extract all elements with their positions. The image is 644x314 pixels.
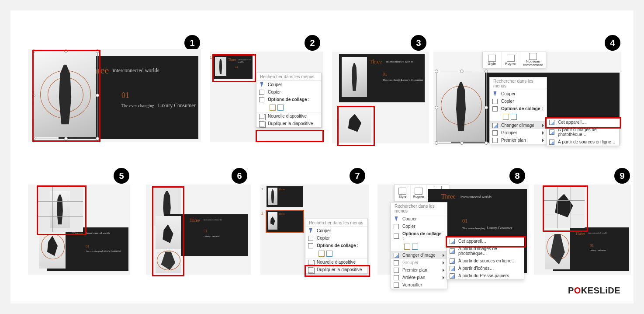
chevron-right-icon	[443, 276, 444, 279]
step2-canvas: Three interconnected worlds 01 1 Recherc…	[210, 52, 323, 142]
context-menu[interactable]: Rechercher dans les menus Couper Copier …	[391, 202, 447, 289]
menu-search[interactable]: Rechercher dans les menus	[490, 77, 547, 90]
menu-item-paste-options[interactable]: Options de collage :	[490, 105, 547, 112]
step6-canvas: Three interconnected worlds 01 Luxury Co…	[146, 185, 251, 275]
new-slide-icon	[259, 114, 264, 119]
submenu-item-icons[interactable]: À partir d'icônes…	[447, 265, 524, 272]
highlight-box	[337, 106, 375, 146]
submenu-item-online[interactable]: À partir de sources en ligne…	[547, 138, 619, 146]
style-button[interactable]: Style	[395, 185, 411, 201]
menu-item-cut[interactable]: Couper	[490, 90, 547, 98]
online-icon	[450, 258, 455, 264]
slide-title-sub: interconnected worlds	[113, 67, 159, 74]
slide-number-2: 2	[261, 212, 263, 216]
lock-icon	[394, 283, 399, 288]
cut-icon	[259, 82, 264, 87]
online-icon	[549, 140, 554, 145]
highlight-box	[152, 186, 184, 276]
menu-search[interactable]: Rechercher dans les menus	[391, 202, 447, 215]
copy-icon	[259, 90, 264, 95]
step-badge-9: 9	[614, 168, 630, 184]
crop-button[interactable]: Rogner	[502, 52, 520, 68]
thumb-slide-2[interactable]: Three	[267, 211, 303, 232]
crop-button[interactable]: Rogner	[411, 185, 427, 201]
chevron-right-icon	[443, 261, 444, 265]
step-badge-6: 6	[232, 168, 247, 184]
chevron-right-icon	[542, 131, 544, 135]
paste-option-icons[interactable]	[490, 112, 547, 121]
slide-number-1: 1	[210, 55, 212, 59]
copy-icon	[308, 236, 313, 241]
style-icon	[488, 55, 496, 62]
paste-option-icons[interactable]	[391, 242, 447, 251]
paste-option-icons[interactable]	[305, 249, 367, 258]
menu-item-copy[interactable]: Copier	[305, 234, 367, 242]
highlight-box	[37, 185, 87, 235]
chevron-right-icon	[443, 254, 444, 257]
menu-item-paste-options[interactable]: Options de collage :	[305, 242, 367, 249]
step3-canvas: Three interconnected worlds 01 The ever-…	[332, 52, 429, 143]
menu-item-group[interactable]: Grouper	[490, 129, 547, 136]
step9-canvas: Three interconnected worlds 01 Luxury Co…	[534, 185, 631, 275]
menu-item-change-image[interactable]: Changer d'image	[490, 121, 547, 129]
chevron-right-icon	[443, 269, 444, 272]
bring-front-icon	[394, 268, 399, 273]
step4-canvas: Style Rogner Nouveau commentaire Three L…	[433, 52, 621, 144]
highlight-box	[256, 130, 324, 142]
menu-item-group: Grouper	[391, 259, 447, 266]
context-menu[interactable]: Rechercher dans les menus Couper Copier …	[256, 73, 322, 128]
change-image-icon	[394, 253, 399, 258]
menu-item-paste-options[interactable]: Options de collage :	[256, 96, 321, 103]
tutorial-page: 1 2 3 4 5 6 7 8 9 Three interconnected w…	[10, 10, 634, 304]
submenu-item-online[interactable]: À partir de sources en ligne…	[447, 257, 524, 265]
selection-handles[interactable]	[436, 71, 487, 143]
menu-item-copy[interactable]: Copier	[490, 98, 547, 105]
menu-item-cut[interactable]: Couper	[305, 227, 367, 234]
menu-item-cut[interactable]: Couper	[391, 215, 447, 223]
paste-option-icons[interactable]	[256, 103, 321, 112]
cut-icon	[394, 216, 399, 222]
highlight-box	[543, 185, 588, 232]
style-button[interactable]: Style	[483, 52, 502, 68]
mini-toolbar: Style Rogner Nouveau commentaire	[482, 52, 546, 68]
logo-o: O	[574, 286, 581, 295]
step9-photo-person	[545, 228, 570, 269]
menu-item-copy[interactable]: Copier	[391, 223, 447, 230]
cut-icon	[492, 91, 498, 97]
bring-front-icon	[492, 138, 498, 143]
group-icon	[492, 130, 498, 136]
menu-item-paste-options[interactable]: Options de collage :	[391, 230, 447, 242]
menu-item-duplicate-slide[interactable]: Dupliquer la diapositive	[256, 120, 321, 127]
clipboard-icon	[308, 243, 313, 248]
menu-item-front[interactable]: Premier plan	[391, 266, 447, 274]
menu-item-back[interactable]: Arrière-plan	[391, 274, 447, 281]
context-menu[interactable]: Rechercher dans les menus Couper Copier …	[489, 77, 547, 144]
slide-num: 01	[121, 91, 129, 100]
group-icon	[394, 260, 399, 265]
chevron-right-icon	[542, 139, 544, 142]
clipboard-icon	[259, 97, 264, 102]
menu-item-lock[interactable]: Verrouiller	[391, 281, 447, 289]
step-badge-2: 2	[305, 35, 320, 51]
change-image-icon	[492, 123, 498, 128]
step-badge-5: 5	[114, 168, 129, 184]
clipboard-icon	[492, 106, 498, 112]
submenu-item-clipboard[interactable]: À partir du Presse-papiers	[447, 272, 524, 279]
menu-search[interactable]: Rechercher dans les menus	[305, 219, 367, 227]
menu-item-copy[interactable]: Copier	[256, 88, 321, 96]
crop-icon	[415, 188, 422, 195]
menu-item-new-slide[interactable]: Nouvelle diapositive	[256, 112, 321, 120]
stock-icon	[549, 129, 554, 135]
highlight-box	[32, 50, 100, 142]
step5-canvas: Three interconnected worlds 01 The ever-…	[28, 185, 130, 275]
step-badge-7: 7	[350, 168, 365, 184]
highlight-box	[212, 54, 256, 82]
copy-icon	[394, 224, 399, 229]
comment-button[interactable]: Nouveau commentaire	[520, 52, 546, 68]
icons-icon	[450, 266, 455, 271]
menu-search[interactable]: Rechercher dans les menus	[256, 73, 321, 81]
menu-item-front[interactable]: Premier plan	[490, 136, 547, 144]
menu-item-cut[interactable]: Couper	[256, 81, 321, 88]
menu-item-change-image[interactable]: Changer d'image	[391, 251, 447, 259]
thumb-slide-1[interactable]: Three	[267, 186, 303, 207]
